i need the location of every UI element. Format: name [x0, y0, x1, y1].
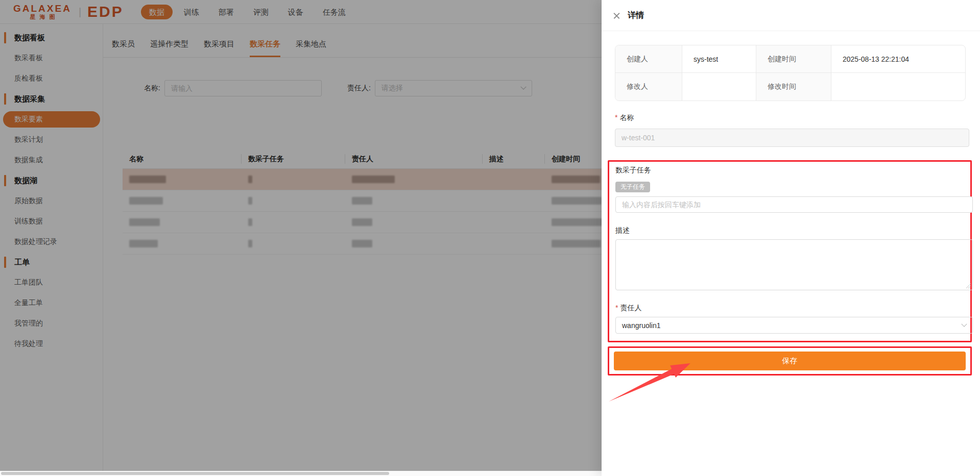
detail-drawer: 详情 创建人sys-test创建时间2025-08-13 22:21:04修改人… — [602, 0, 980, 476]
subtask-input[interactable] — [615, 196, 973, 213]
meta-value-修改时间 — [831, 73, 965, 101]
name-input[interactable] — [615, 129, 969, 147]
chevron-down-icon — [961, 321, 967, 327]
description-field-label: 描述 — [615, 226, 966, 235]
owner-select[interactable]: wangruolin1 — [615, 317, 973, 334]
subtask-field-label: 数采子任务 — [615, 166, 966, 175]
save-button[interactable]: 保存 — [614, 352, 966, 370]
meta-value-修改人 — [682, 73, 756, 101]
subtask-tag: 无子任务 — [615, 182, 650, 192]
meta-value-创建人: sys-test — [682, 45, 756, 73]
owner-field-label: *责任人 — [615, 304, 966, 313]
scrollbar-thumb[interactable] — [1, 472, 389, 475]
meta-label-修改人: 修改人 — [615, 73, 682, 101]
owner-select-value: wangruolin1 — [622, 321, 661, 330]
meta-info-table: 创建人sys-test创建时间2025-08-13 22:21:04修改人修改时… — [615, 45, 966, 101]
drawer-title: 详情 — [628, 10, 644, 21]
description-textarea[interactable] — [615, 239, 973, 290]
owner-field-label-text: 责任人 — [620, 304, 641, 312]
required-asterisk: * — [615, 113, 617, 121]
horizontal-scrollbar[interactable] — [0, 471, 602, 476]
close-icon[interactable] — [613, 12, 620, 19]
required-asterisk: * — [615, 304, 618, 312]
drawer-header: 详情 — [602, 0, 980, 31]
annotation-box-form: 数采子任务 无子任务 描述 *责任人 wangruolin1 — [608, 160, 972, 342]
annotation-box-save: 保存 — [608, 346, 972, 375]
drawer-body: 创建人sys-test创建时间2025-08-13 22:21:04修改人修改时… — [602, 31, 980, 375]
name-field-label: *名称 — [615, 113, 966, 122]
meta-label-修改时间: 修改时间 — [756, 73, 831, 101]
name-field-label-text: 名称 — [619, 113, 634, 121]
meta-label-创建时间: 创建时间 — [756, 45, 831, 73]
meta-value-创建时间: 2025-08-13 22:21:04 — [831, 45, 965, 73]
meta-label-创建人: 创建人 — [615, 45, 682, 73]
